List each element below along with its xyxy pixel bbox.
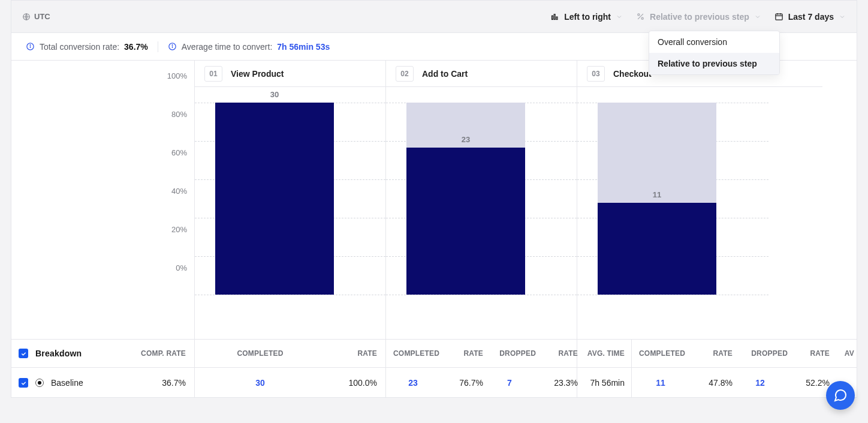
header-dropped: DROPPED (483, 349, 536, 358)
row-completed[interactable]: 23 (386, 378, 440, 388)
daterange-selector[interactable]: Last 7 days (774, 12, 846, 22)
orientation-selector[interactable]: Left to right (550, 12, 623, 22)
mode-label: Relative to previous step (650, 12, 749, 22)
bar-value: 23 (406, 135, 525, 144)
total-conversion: Total conversion rate: 36.7% (26, 42, 148, 52)
svg-rect-7 (776, 14, 782, 20)
header-comp-rate: COMP. RATE (141, 349, 194, 358)
info-icon (26, 42, 35, 51)
dropdown-item-overall[interactable]: Overall conversion (649, 31, 779, 53)
svg-point-6 (641, 17, 643, 19)
row-drate: 52.2% (788, 378, 830, 388)
percent-icon (636, 12, 645, 21)
bar-chart-icon (550, 12, 559, 21)
step-name: Add to Cart (422, 69, 468, 79)
timezone-indicator[interactable]: UTC (22, 12, 50, 21)
row-radio[interactable] (35, 379, 44, 387)
total-conversion-label: Total conversion rate: (40, 42, 119, 52)
funnel-grid: 100%80%60%40%20%0% 01 View Product 30 02… (11, 61, 857, 398)
y-tick: 40% (171, 187, 187, 196)
row-completed[interactable]: 30 (195, 378, 326, 388)
divider (158, 41, 158, 52)
header-rate: RATE (788, 349, 830, 358)
header-breakdown: Breakdown (35, 349, 82, 358)
bar-value: 11 (598, 190, 716, 199)
bar-value: 30 (215, 90, 334, 99)
timezone-label: UTC (34, 12, 50, 21)
header-rate: RATE (536, 349, 578, 358)
row-rate: 100.0% (326, 378, 385, 388)
header-rate: RATE (689, 349, 733, 358)
avg-time-label: Average time to convert: (182, 42, 272, 52)
y-tick: 100% (167, 71, 187, 80)
mode-selector[interactable]: Relative to previous step (636, 12, 761, 22)
funnel-bar[interactable]: 11 (598, 103, 716, 295)
table-header: Breakdown COMP. RATE COMPLETED RATE COMP… (11, 339, 857, 368)
svg-point-13 (30, 45, 31, 46)
y-tick: 60% (171, 148, 187, 157)
row-checkbox[interactable] (19, 378, 28, 388)
row-drate: 23.3% (536, 378, 578, 388)
step-number: 02 (396, 66, 414, 82)
svg-rect-1 (552, 16, 553, 19)
toolbar: UTC Left to right Relative to previous s… (11, 0, 857, 33)
header-completed: COMPLETED (195, 349, 326, 358)
dropdown-item-relative[interactable]: Relative to previous step (649, 53, 779, 74)
avg-time: Average time to convert: 7h 56min 53s (168, 42, 330, 52)
chevron-down-icon (839, 13, 846, 20)
row-completed[interactable]: 11 (632, 378, 689, 388)
step-name: View Product (231, 69, 284, 79)
row-dropped[interactable]: 7 (483, 378, 536, 388)
header-rate: RATE (440, 349, 483, 358)
row-dropped[interactable]: 12 (733, 378, 788, 388)
row-rate: 47.8% (689, 378, 733, 388)
avg-time-value: 7h 56min 53s (277, 42, 330, 52)
select-all-checkbox[interactable] (19, 349, 28, 358)
header-completed: COMPLETED (386, 349, 440, 358)
chevron-down-icon (616, 13, 623, 20)
table-row: Baseline 36.7% 30 100.0% 23 76.7% 7 23.3… (11, 368, 857, 398)
total-conversion-value: 36.7% (124, 42, 148, 52)
header-dropped: DROPPED (733, 349, 788, 358)
row-avg-time: 7h 56min (578, 378, 625, 388)
step-name: Checkout (613, 69, 652, 79)
help-chat-button[interactable] (826, 381, 855, 410)
y-tick: 80% (171, 110, 187, 119)
svg-rect-2 (554, 14, 556, 20)
info-icon (168, 42, 177, 51)
svg-rect-3 (556, 17, 557, 19)
step-number: 03 (587, 66, 605, 82)
funnel-bar[interactable]: 30 (215, 103, 334, 295)
funnel-bar[interactable]: 23 (406, 103, 525, 295)
svg-point-16 (172, 45, 173, 46)
y-tick: 0% (176, 263, 187, 272)
y-tick: 20% (171, 225, 187, 234)
row-comp-rate: 36.7% (162, 378, 194, 388)
svg-line-4 (638, 14, 643, 19)
header-rate: RATE (326, 349, 385, 358)
chevron-down-icon (754, 13, 761, 20)
header-completed: COMPLETED (632, 349, 689, 358)
row-name: Baseline (51, 378, 83, 388)
header-avg-time: AVG. TIME (578, 349, 625, 358)
orientation-label: Left to right (564, 12, 611, 22)
row-rate: 76.7% (440, 378, 483, 388)
daterange-label: Last 7 days (788, 12, 834, 22)
chat-icon (833, 388, 848, 403)
globe-icon (22, 13, 31, 21)
mode-dropdown: Overall conversion Relative to previous … (649, 31, 780, 75)
header-avg: AV (830, 349, 857, 358)
svg-point-5 (638, 14, 640, 16)
step-number: 01 (204, 66, 222, 82)
calendar-icon (774, 12, 783, 21)
